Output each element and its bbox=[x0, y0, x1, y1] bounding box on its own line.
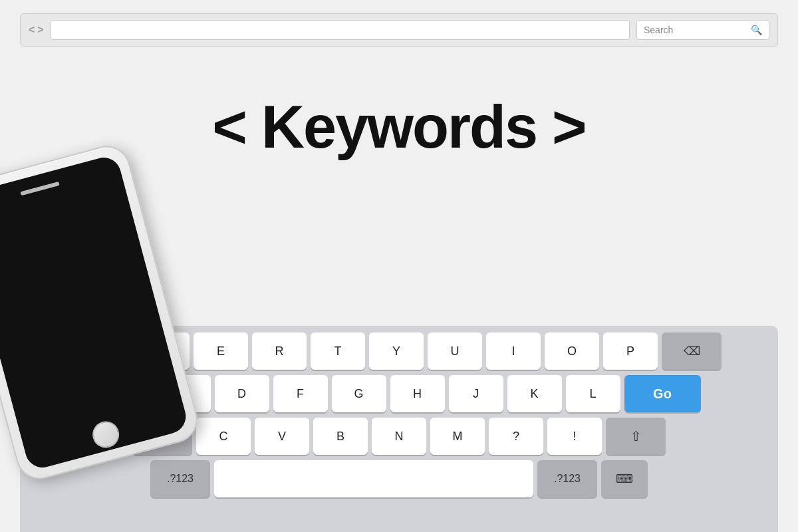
key-b[interactable]: B bbox=[313, 418, 368, 455]
key-l[interactable]: L bbox=[566, 375, 620, 412]
search-box[interactable]: Search 🔍 bbox=[636, 20, 769, 40]
key-k[interactable]: K bbox=[507, 375, 562, 412]
shift-right-icon: ⇧ bbox=[630, 428, 642, 444]
phone-screen bbox=[0, 154, 190, 471]
key-f[interactable]: F bbox=[273, 375, 328, 412]
delete-icon: ⌫ bbox=[684, 344, 700, 358]
keyboard-row-4: .?123 .?123 ⌨ bbox=[25, 460, 773, 497]
key-v[interactable]: V bbox=[255, 418, 309, 455]
phone-body bbox=[0, 141, 203, 485]
phone bbox=[0, 141, 203, 485]
nav-buttons: < > bbox=[29, 24, 44, 36]
key-p[interactable]: P bbox=[603, 332, 658, 370]
key-c[interactable]: C bbox=[196, 418, 251, 455]
address-bar[interactable] bbox=[51, 20, 630, 40]
key-e[interactable]: E bbox=[194, 332, 248, 370]
key-j[interactable]: J bbox=[449, 375, 503, 412]
browser-bar: < > Search 🔍 bbox=[20, 13, 778, 47]
key-u[interactable]: U bbox=[428, 332, 482, 370]
space-key[interactable] bbox=[214, 460, 533, 497]
key-d[interactable]: D bbox=[215, 375, 269, 412]
key-m[interactable]: M bbox=[430, 418, 485, 455]
shift-right-key[interactable]: ⇧ bbox=[606, 418, 666, 455]
go-key[interactable]: Go bbox=[624, 375, 701, 412]
period-key[interactable]: .?123 bbox=[537, 460, 597, 497]
key-t[interactable]: T bbox=[311, 332, 365, 370]
key-h[interactable]: H bbox=[390, 375, 445, 412]
key-y[interactable]: Y bbox=[369, 332, 424, 370]
key-g[interactable]: G bbox=[332, 375, 386, 412]
delete-key[interactable]: ⌫ bbox=[662, 332, 722, 370]
key-o[interactable]: O bbox=[545, 332, 599, 370]
keyboard-icon: ⌨ bbox=[616, 471, 633, 486]
key-question[interactable]: ? bbox=[489, 418, 543, 455]
numbers-key[interactable]: .?123 bbox=[150, 460, 210, 497]
forward-button[interactable]: > bbox=[37, 24, 43, 36]
back-button[interactable]: < bbox=[29, 24, 35, 36]
key-i[interactable]: I bbox=[486, 332, 541, 370]
key-r[interactable]: R bbox=[252, 332, 307, 370]
search-icon: 🔍 bbox=[751, 25, 762, 35]
keyboard-dismiss-key[interactable]: ⌨ bbox=[601, 460, 648, 497]
key-exclaim[interactable]: ! bbox=[547, 418, 602, 455]
search-label: Search bbox=[644, 25, 747, 35]
key-n[interactable]: N bbox=[372, 418, 426, 455]
